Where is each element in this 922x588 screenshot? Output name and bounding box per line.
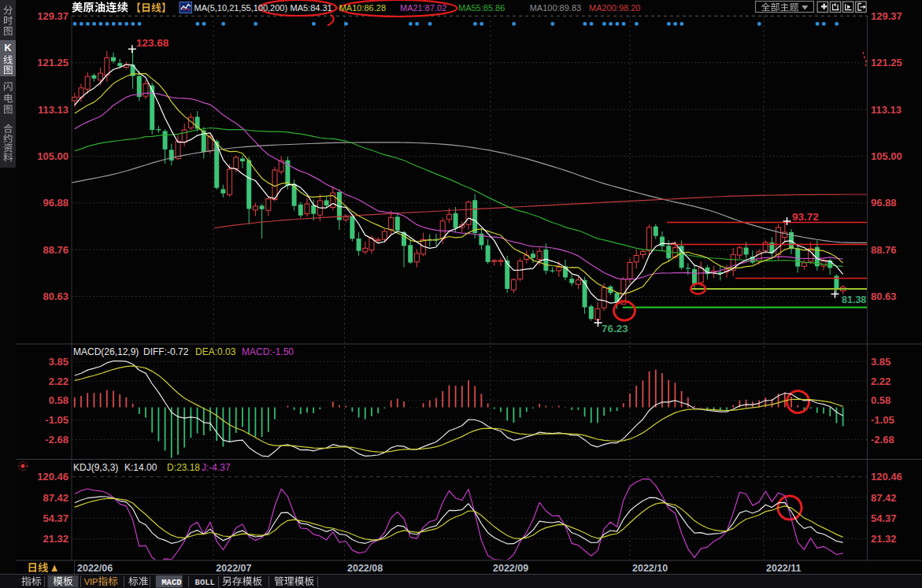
svg-text:113.13: 113.13 bbox=[38, 104, 69, 116]
svg-text:MA5:84.31: MA5:84.31 bbox=[291, 3, 332, 13]
svg-text:P: P bbox=[92, 577, 98, 586]
svg-text:80.63: 80.63 bbox=[871, 290, 897, 302]
svg-text:21.32: 21.32 bbox=[871, 533, 897, 545]
svg-text:2.22: 2.22 bbox=[871, 375, 891, 387]
svg-text:93.72: 93.72 bbox=[792, 211, 819, 223]
svg-text:-2.68: -2.68 bbox=[45, 434, 69, 446]
svg-text:2022/11: 2022/11 bbox=[766, 563, 802, 574]
svg-text:3.85: 3.85 bbox=[49, 356, 69, 368]
svg-text:D:23.18: D:23.18 bbox=[167, 462, 200, 473]
svg-text:2.22: 2.22 bbox=[49, 375, 69, 387]
svg-text:105.00: 105.00 bbox=[871, 150, 902, 162]
svg-text:MA10:86.28: MA10:86.28 bbox=[339, 3, 386, 13]
svg-text:MACD(26,12,9): MACD(26,12,9) bbox=[73, 346, 139, 357]
svg-text:88.76: 88.76 bbox=[871, 244, 897, 256]
svg-text:MA55:85.86: MA55:85.86 bbox=[458, 3, 505, 13]
svg-text:96.88: 96.88 bbox=[43, 197, 69, 209]
svg-text:87.42: 87.42 bbox=[871, 492, 897, 504]
svg-text:0.58: 0.58 bbox=[871, 394, 891, 406]
svg-text:21.32: 21.32 bbox=[43, 533, 69, 545]
svg-text:120.46: 120.46 bbox=[871, 471, 902, 483]
svg-text:0.58: 0.58 bbox=[49, 394, 69, 406]
svg-text:120.46: 120.46 bbox=[37, 471, 69, 483]
svg-text:2022/10: 2022/10 bbox=[632, 563, 668, 574]
svg-text:80.63: 80.63 bbox=[43, 290, 69, 302]
svg-text:2022/09: 2022/09 bbox=[493, 563, 528, 574]
svg-text:BOLL: BOLL bbox=[195, 578, 215, 587]
svg-text:129.37: 129.37 bbox=[871, 10, 902, 22]
svg-text:-1.05: -1.05 bbox=[45, 414, 69, 426]
svg-text:2022/06: 2022/06 bbox=[77, 563, 113, 574]
svg-text:-1.05: -1.05 bbox=[871, 414, 894, 426]
svg-text:123.68: 123.68 bbox=[136, 37, 169, 49]
svg-text:54.37: 54.37 bbox=[43, 512, 69, 524]
svg-text:87.42: 87.42 bbox=[43, 492, 69, 504]
svg-text:MA200:98.20: MA200:98.20 bbox=[589, 3, 640, 13]
svg-text:121.25: 121.25 bbox=[37, 57, 69, 68]
svg-text:113.13: 113.13 bbox=[871, 104, 902, 116]
svg-text:DIFF:-0.72: DIFF:-0.72 bbox=[143, 346, 189, 357]
svg-text:-2.68: -2.68 bbox=[871, 434, 894, 446]
svg-text:88.76: 88.76 bbox=[43, 244, 69, 256]
svg-text:96.88: 96.88 bbox=[871, 197, 897, 209]
svg-text:J:-4.37: J:-4.37 bbox=[202, 462, 231, 473]
svg-text:MA(5,10,21,55,100,200): MA(5,10,21,55,100,200) bbox=[194, 3, 288, 13]
svg-text:2022/07: 2022/07 bbox=[216, 563, 251, 574]
svg-text:81.38: 81.38 bbox=[842, 294, 866, 305]
svg-text:MA21:87.02: MA21:87.02 bbox=[400, 3, 446, 13]
svg-text:129.37: 129.37 bbox=[37, 10, 69, 22]
svg-text:121.25: 121.25 bbox=[871, 57, 902, 68]
svg-text:MACD:-1.50: MACD:-1.50 bbox=[242, 346, 294, 357]
svg-text:3.85: 3.85 bbox=[871, 356, 891, 368]
svg-text:54.37: 54.37 bbox=[871, 512, 897, 524]
svg-text:K:14.00: K:14.00 bbox=[124, 462, 157, 473]
svg-text:105.00: 105.00 bbox=[37, 150, 69, 162]
svg-text:MA100:89.83: MA100:89.83 bbox=[530, 3, 581, 13]
svg-text:KDJ(9,3,3): KDJ(9,3,3) bbox=[73, 462, 118, 473]
svg-text:K: K bbox=[4, 43, 11, 54]
svg-text:76.23: 76.23 bbox=[602, 323, 628, 335]
svg-text:MACD: MACD bbox=[161, 578, 181, 587]
svg-text:2022/08: 2022/08 bbox=[347, 563, 383, 574]
svg-text:DEA:0.03: DEA:0.03 bbox=[195, 346, 236, 357]
